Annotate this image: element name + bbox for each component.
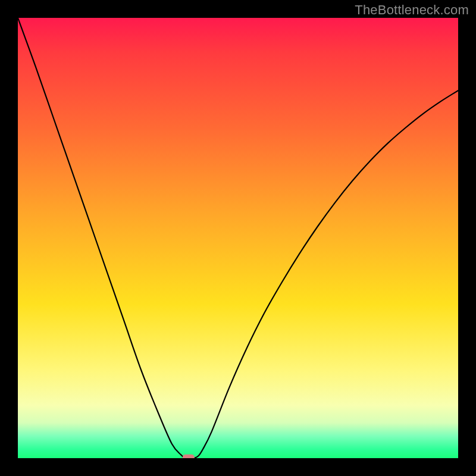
minimum-marker	[183, 455, 195, 458]
chart-svg	[18, 18, 458, 458]
bottleneck-curve	[18, 18, 458, 458]
plot-area	[18, 18, 458, 458]
watermark-text: TheBottleneck.com	[355, 2, 469, 18]
chart-container: TheBottleneck.com	[0, 0, 476, 476]
